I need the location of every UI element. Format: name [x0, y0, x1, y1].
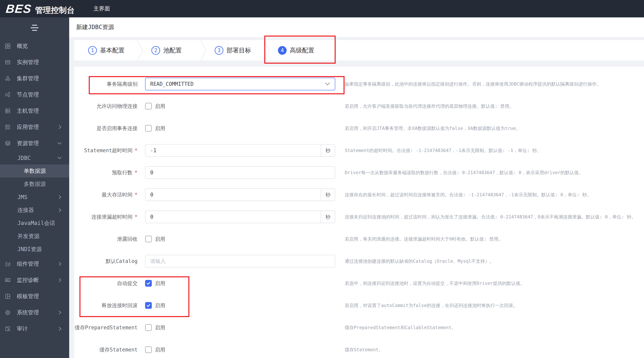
sidebar-item-label: 审计 — [17, 325, 28, 332]
form-row-leak-reclaim: 泄露回收启用若启用，将关闭泄露的连接。连接泄漏超时时间大于0时有效。默认值: 禁… — [74, 228, 644, 250]
checkbox-label[interactable]: 启用 — [155, 125, 165, 132]
sidebar-item-instance-mgmt[interactable]: 实例管理 — [0, 54, 69, 70]
checkbox-label[interactable]: 启用 — [155, 236, 165, 242]
field-label-auto-commit: 自动提交 — [74, 280, 138, 287]
sidebar-item-resource-mgmt[interactable]: 资源管理 — [0, 135, 69, 152]
sidebar-item-host-mgmt[interactable]: 主机管理 — [0, 103, 69, 119]
form-row-transaction-isolation: 事务隔离级别READ_COMMITTED如果指定事务隔离级别，此池中的连接将以指… — [74, 73, 644, 95]
field-control-rollback-on-release: 启用 — [145, 302, 335, 309]
form-row-prefetch-rows: 预取行数*Driver每一次从数据库服务端读取的数据行数，合法值: 0-2147… — [74, 162, 644, 184]
field-label-statement-timeout: Statement超时时间* — [74, 147, 138, 154]
cache-statement-checkbox[interactable] — [145, 346, 152, 353]
field-control-statement-timeout: 秒 — [145, 144, 335, 157]
sidebar-item-jndi-resource[interactable]: JNDI资源 — [0, 243, 69, 256]
sidebar-item-label: 单数据源 — [24, 167, 46, 175]
sidebar-item-label: 多数据源 — [24, 180, 46, 188]
chevron-right-icon — [58, 278, 62, 282]
tab-main-view[interactable]: 主界面 — [93, 5, 110, 12]
cache-prepared-statement-checkbox[interactable] — [145, 324, 152, 331]
auto-commit-checkbox[interactable] — [145, 280, 152, 287]
wizard-steps: 1基本配置2池配置3部署目标4高级配置 — [74, 40, 644, 60]
default-catalog-input[interactable] — [146, 255, 335, 267]
field-help-enable-tx-conn: 若启用，则开启JTA事务管理。非XA数据源默认值为false，XA数据源默认值为… — [345, 125, 520, 132]
field-control-allow-physical-conn: 启用 — [145, 103, 335, 110]
field-label-text: 缓存Statement — [100, 346, 138, 353]
leak-timeout-input[interactable] — [146, 211, 320, 223]
sidebar-item-audit[interactable]: 审计 — [0, 321, 69, 337]
field-help-prefetch-rows: Driver每一次从数据库服务端读取的数据行数，合法值: 0-214748364… — [345, 170, 583, 176]
brand-logo: BES 管理控制台 — [6, 2, 74, 16]
chevron-right-icon — [58, 125, 62, 129]
sidebar-item-concurrent-resource[interactable]: 并发资源 — [0, 230, 69, 243]
allow-physical-conn-checkbox[interactable] — [145, 103, 152, 110]
leak-timeout-input-wrapper: 秒 — [145, 210, 335, 223]
field-control-cache-prepared-statement: 启用 — [145, 324, 335, 331]
field-label-leak-timeout: 连接泄漏超时时间* — [74, 214, 138, 220]
page-title: 新建JDBC资源 — [76, 23, 114, 31]
sidebar-item-component-mgmt[interactable]: 组件管理 — [0, 256, 69, 272]
sidebar-item-label: 主机管理 — [17, 107, 39, 115]
sidebar-item-jdbc[interactable]: JDBC — [0, 152, 69, 164]
checkbox-label[interactable]: 启用 — [155, 280, 165, 287]
sidebar: 概览实例管理集群管理节点管理主机管理应用管理资源管理JDBC单数据源多数据源JM… — [0, 18, 69, 358]
wizard-step-basic[interactable]: 1基本配置 — [80, 40, 137, 60]
logo-console-title: 管理控制台 — [35, 5, 74, 16]
checkbox-label[interactable]: 启用 — [155, 103, 165, 110]
sidebar-item-overview[interactable]: 概览 — [0, 38, 69, 54]
sidebar-item-cluster-mgmt[interactable]: 集群管理 — [0, 70, 69, 86]
step-label: 高级配置 — [290, 46, 314, 54]
sidebar-item-label: 节点管理 — [17, 91, 39, 98]
checkbox-label[interactable]: 启用 — [155, 324, 165, 331]
host-icon — [5, 108, 11, 114]
form-row-statement-timeout: Statement超时时间*秒Statement的超时时间。合法值: -1-21… — [74, 139, 644, 162]
field-label-text: 连接泄漏超时时间 — [91, 214, 132, 220]
field-label-text: 默认Catalog — [106, 258, 138, 265]
prefetch-rows-input[interactable] — [146, 167, 335, 178]
sidebar-item-javamail-session[interactable]: JavaMail会话 — [0, 217, 69, 230]
statement-timeout-input[interactable] — [146, 144, 320, 156]
sidebar-item-template-mgmt[interactable]: 模板管理 — [0, 288, 69, 304]
form-row-rollback-on-release: 释放连接时回滚启用若启用，对设置了autoCommit为false的连接，在归还… — [74, 294, 644, 316]
chevron-right-icon — [58, 262, 62, 266]
max-lifetime-input[interactable] — [146, 189, 320, 201]
wizard-step-advanced[interactable]: 4高级配置 — [270, 40, 326, 60]
sidebar-item-label: 系统管理 — [17, 309, 39, 316]
rollback-on-release-checkbox[interactable] — [145, 302, 152, 309]
form-row-enable-tx-conn: 是否启用事务连接启用若启用，则开启JTA事务管理。非XA数据源默认值为false… — [74, 117, 644, 139]
sidebar-item-multi-datasource[interactable]: 多数据源 — [0, 178, 69, 190]
sidebar-item-label: 资源管理 — [17, 140, 39, 147]
chevron-down-icon — [57, 156, 62, 160]
sidebar-item-app-mgmt[interactable]: 应用管理 — [0, 119, 69, 135]
wizard-step-deploy-target[interactable]: 3部署目标 — [207, 40, 263, 60]
enable-tx-conn-checkbox[interactable] — [145, 125, 152, 132]
sidebar-item-single-datasource[interactable]: 单数据源 — [0, 164, 69, 178]
sidebar-item-system-mgmt[interactable]: 系统管理 — [0, 304, 69, 321]
audit-icon — [5, 326, 11, 332]
default-catalog-input-wrapper — [145, 255, 335, 268]
sidebar-item-jms[interactable]: JMS — [0, 190, 69, 204]
required-asterisk: * — [134, 170, 138, 176]
sidebar-item-label: JavaMail会话 — [18, 220, 55, 227]
sidebar-menu: 概览实例管理集群管理节点管理主机管理应用管理资源管理JDBC单数据源多数据源JM… — [0, 38, 69, 337]
checkbox-label[interactable]: 启用 — [155, 346, 165, 353]
field-label-rollback-on-release: 释放连接时回滚 — [74, 302, 138, 309]
topbar: BES 管理控制台 主界面 — [0, 0, 644, 18]
sidebar-collapse-button[interactable] — [0, 18, 69, 38]
checkbox-label[interactable]: 启用 — [155, 302, 165, 309]
unit-suffix: 秒 — [320, 144, 335, 156]
leak-reclaim-checkbox[interactable] — [145, 236, 152, 242]
field-help-cache-prepared-statement: 缓存PreparedStatement和CallableStatement。 — [345, 324, 456, 331]
sidebar-item-connector[interactable]: 连接器 — [0, 204, 69, 217]
field-control-max-lifetime: 秒 — [145, 188, 335, 201]
sidebar-item-label: 实例管理 — [17, 58, 39, 66]
sidebar-item-label: 集群管理 — [17, 75, 39, 82]
sidebar-item-monitor-diagnosis[interactable]: 监控诊断 — [0, 272, 69, 288]
statement-timeout-input-wrapper: 秒 — [145, 144, 335, 157]
field-label-text: 泄露回收 — [117, 236, 138, 242]
field-help-auto-commit: 若选中，则连接归还到连接池时，设置为自动提交，不选中则使用Driver提供的默认… — [345, 280, 525, 286]
transaction-isolation-select[interactable]: READ_COMMITTED — [145, 78, 335, 90]
overview-icon — [5, 43, 11, 49]
wizard-step-pool[interactable]: 2池配置 — [144, 40, 200, 60]
sidebar-item-label: 监控诊断 — [17, 276, 39, 284]
sidebar-item-node-mgmt[interactable]: 节点管理 — [0, 86, 69, 103]
